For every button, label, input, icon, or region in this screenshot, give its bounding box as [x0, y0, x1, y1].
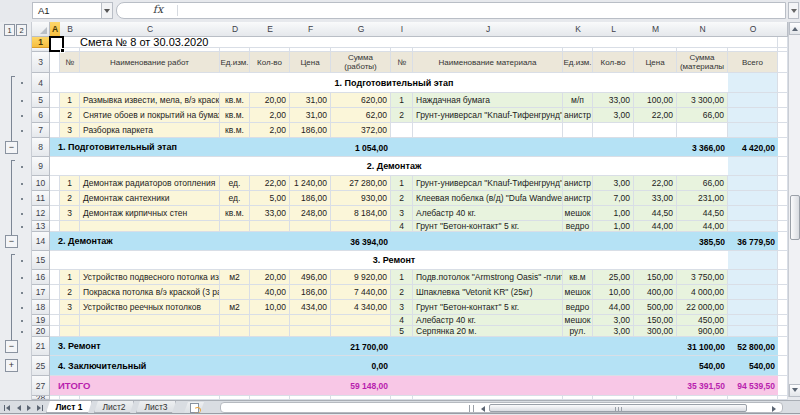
cell-L13[interactable]: 1,00 [593, 221, 634, 232]
subtotal-row-8[interactable]: 1. Подготовительный этап [50, 138, 778, 157]
cell-N10[interactable]: 66,00 [677, 176, 728, 191]
cell-J6[interactable]: Грунт-универсал "Knauf-Тифенгрунд" (10 [413, 108, 563, 123]
column-header-L[interactable]: L [593, 22, 635, 37]
cell-G17[interactable]: 7 440,00 [331, 285, 391, 300]
cell-C17[interactable]: Покраска потолка в/э краской (3 раза) [80, 285, 220, 300]
cell-N14[interactable]: 385,50 [677, 232, 728, 251]
cell-G20[interactable] [331, 326, 391, 337]
cell-E17[interactable]: 40,00 [250, 285, 290, 300]
cell-N27[interactable]: 35 391,50 [677, 376, 728, 396]
cell-K18[interactable]: ведро [563, 300, 593, 315]
cell-I16[interactable]: 1 [391, 270, 413, 285]
cell-G5[interactable]: 620,00 [331, 93, 391, 108]
cell-B10[interactable]: 1 [60, 176, 80, 191]
subtotal-row-21[interactable]: 3. Ремонт [50, 337, 778, 356]
cell-E12[interactable]: 33,00 [250, 206, 290, 221]
cell-L5[interactable]: 33,00 [593, 93, 634, 108]
cell-edge1[interactable] [778, 37, 788, 48]
cell-K5[interactable]: м/п [563, 93, 593, 108]
cell-I18[interactable]: 3 [391, 300, 413, 315]
cell-G7[interactable]: 372,00 [331, 123, 391, 138]
cell-F17[interactable]: 186,00 [290, 285, 331, 300]
cell-G13[interactable] [331, 221, 391, 232]
outline-collapse-button[interactable]: − [5, 340, 18, 353]
cell-J19[interactable]: Алебастр 40 кг. [413, 315, 563, 326]
cell-edge8[interactable] [778, 138, 788, 157]
cell-K17[interactable]: мешок [563, 285, 593, 300]
cell-B20[interactable] [60, 326, 80, 337]
cell-D13[interactable] [220, 221, 250, 232]
cell-G11[interactable]: 930,00 [331, 191, 391, 206]
cell-O17[interactable] [728, 285, 778, 300]
cell-L12[interactable]: 1,00 [593, 206, 634, 221]
cell-D17[interactable] [220, 285, 250, 300]
cell-A10[interactable] [50, 176, 60, 191]
vertical-scrollbar[interactable] [788, 22, 800, 397]
row-header-6[interactable]: 6 [32, 108, 50, 123]
row-header-19[interactable]: 19 [32, 315, 50, 326]
header-cell-J[interactable]: Наименование материала [413, 52, 563, 73]
cell-edge27[interactable] [778, 376, 788, 396]
name-box[interactable]: A1 [32, 2, 102, 19]
cell-D6[interactable]: кв.м. [220, 108, 250, 123]
tab-split-handle[interactable] [469, 405, 474, 412]
cell-I13[interactable]: 4 [391, 221, 413, 232]
row-header-16[interactable]: 16 [32, 270, 50, 285]
cell-L11[interactable]: 7,00 [593, 191, 634, 206]
sheet-tab-1[interactable]: Лист 1 [46, 401, 92, 413]
cell-I19[interactable]: 4 [391, 315, 413, 326]
outline-level-1-button[interactable]: 1 [4, 24, 15, 36]
column-header-O[interactable]: O [728, 22, 779, 37]
cell-O7[interactable] [728, 123, 778, 138]
cell-edge3[interactable] [778, 52, 788, 73]
cell-J18[interactable]: Грунт "Бетон-контакт" 5 кг. [413, 300, 563, 315]
cell-J13[interactable]: Грунт "Бетон-контакт" 5 кг. [413, 221, 563, 232]
section-row-4[interactable]: 1. Подготовительный этап [50, 73, 728, 93]
cell-O12[interactable] [728, 206, 778, 221]
cell-J11[interactable]: Клеевая побелка (в/д) "Dufa Wandweiss [413, 191, 563, 206]
cell-edge21[interactable] [778, 337, 788, 356]
cell-edge25[interactable] [778, 356, 788, 376]
column-header-I[interactable]: I [391, 22, 414, 37]
cell-E16[interactable]: 20,00 [250, 270, 290, 285]
cell-G19[interactable] [331, 315, 391, 326]
outline-expand-button[interactable]: + [5, 359, 18, 372]
cell-M16[interactable]: 150,00 [634, 270, 677, 285]
cell-I17[interactable]: 2 [391, 285, 413, 300]
cell-B16[interactable]: 1 [60, 270, 80, 285]
cell-edge14[interactable] [778, 232, 788, 251]
cell-L19[interactable]: 3,00 [593, 315, 634, 326]
subtotal-row-25[interactable]: 4. Заключительный [50, 356, 778, 376]
cell-J10[interactable]: Грунт-универсал "Knauf-Тифенгрунд" (10 [413, 176, 563, 191]
cell-D16[interactable]: м2 [220, 270, 250, 285]
cell-O27[interactable]: 94 539,50 [728, 376, 778, 396]
cell-F18[interactable]: 434,00 [290, 300, 331, 315]
cell-C10[interactable]: Демонтаж радиаторов отопления [80, 176, 220, 191]
row-header-17[interactable]: 17 [32, 285, 50, 300]
row-header-25[interactable]: 25 [32, 356, 50, 376]
cell-K7[interactable] [563, 123, 593, 138]
cell-G21[interactable]: 21 700,00 [331, 337, 391, 356]
cell-B19[interactable] [60, 315, 80, 326]
cell-D12[interactable]: кв.м. [220, 206, 250, 221]
row-header-5[interactable]: 5 [32, 93, 50, 108]
column-header-C[interactable]: C [80, 22, 221, 37]
cell-A20[interactable] [50, 326, 60, 337]
cell-edge15[interactable] [778, 251, 788, 270]
cell-N25[interactable]: 540,00 [677, 356, 728, 376]
cell-E13[interactable] [250, 221, 290, 232]
row-header-12[interactable]: 12 [32, 206, 50, 221]
cell-A6[interactable] [50, 108, 60, 123]
cell-F13[interactable] [290, 221, 331, 232]
cell-E10[interactable]: 22,00 [250, 176, 290, 191]
cell-O4[interactable] [728, 73, 778, 93]
name-box-dropdown-icon[interactable] [102, 2, 113, 19]
column-header-M[interactable]: M [634, 22, 678, 37]
cell-K19[interactable]: мешок [563, 315, 593, 326]
horizontal-scrollbar[interactable] [220, 402, 783, 413]
header-cell-I[interactable]: № [391, 52, 413, 73]
cell-M19[interactable]: 150,00 [634, 315, 677, 326]
cell-O10[interactable] [728, 176, 778, 191]
section-row-15[interactable]: 3. Ремонт [50, 251, 728, 270]
cell-I12[interactable]: 3 [391, 206, 413, 221]
